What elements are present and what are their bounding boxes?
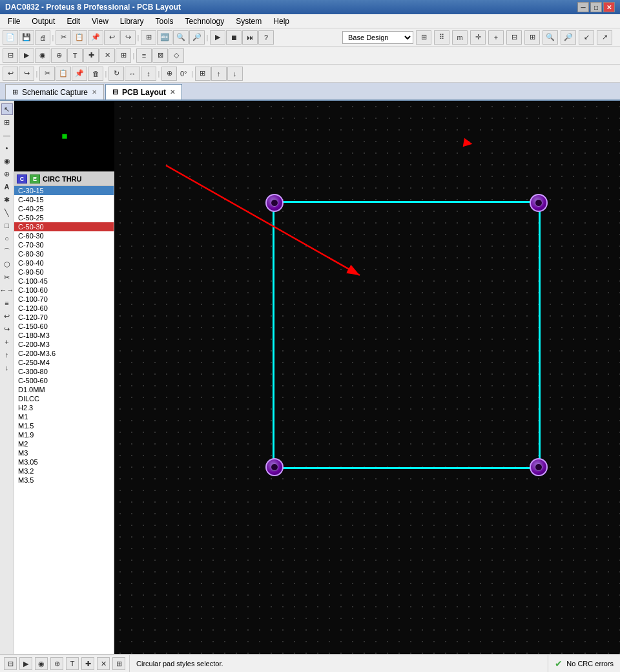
comp-item-c-90-50[interactable]: C-90-50 [14,268,114,277]
comp-item-c-50-30[interactable]: C-50-30 [14,222,114,231]
menu-file[interactable]: File [3,16,25,27]
help-button[interactable]: ? [258,30,274,45]
save-button[interactable]: 💾 [19,30,34,45]
pcb-tool-1[interactable]: ⊟ [3,48,18,63]
zoom-area-button[interactable]: ⊟ [506,30,522,45]
panel-e-button[interactable]: E [30,174,40,184]
comp-item-m1-5[interactable]: M1.5 [14,421,114,430]
zoom-down-button[interactable]: ↓ [227,67,243,81]
copy-button[interactable]: 📋 [72,30,87,45]
zoom-extent-button[interactable]: ⊞ [524,30,540,45]
pcb-tool-8[interactable]: ⊞ [116,48,131,63]
comp-item-c-90-40[interactable]: C-90-40 [14,258,114,268]
undo-button[interactable]: ↩ [104,30,119,45]
close-button[interactable]: ✕ [603,2,615,12]
rect-tool[interactable]: □ [1,220,13,231]
component-list[interactable]: C-30-15 C-40-15 C-40-25 C-50-25 C-50-30 … [14,186,114,654]
comp-item-m2[interactable]: M2 [14,439,114,448]
comp-item-m3-2[interactable]: M3.2 [14,467,114,476]
comp-item-c-180-m3[interactable]: C-180-M3 [14,331,114,340]
comp-item-c-200-m3-6[interactable]: C-200-M3.6 [14,349,114,358]
comp-item-dilcc[interactable]: DILCC [14,394,114,403]
comp-item-c-50-25[interactable]: C-50-25 [14,213,114,222]
power-tool[interactable]: ⊕ [1,168,13,180]
comp-item-c-120-60[interactable]: C-120-60 [14,304,114,313]
comp-item-c-30-15[interactable]: C-30-15 [14,186,114,195]
redo-button[interactable]: ↪ [120,30,136,45]
status-icon-4[interactable]: ⊕ [50,657,63,670]
comp-item-m3[interactable]: M3 [14,448,114,457]
menu-library[interactable]: Library [115,16,149,27]
cross-button[interactable]: ✛ [470,30,486,45]
junction-tool[interactable]: • [1,142,13,154]
zoom-all-button[interactable]: ⊞ [195,67,211,81]
pcb-3d[interactable]: ◇ [169,48,184,63]
pcb-tab-close[interactable]: ✕ [170,89,175,96]
pcb-tool-6[interactable]: ✚ [83,48,99,63]
next-zoom-button[interactable]: ↗ [597,30,612,45]
poly-tool[interactable]: ⬡ [1,258,13,270]
canvas-area[interactable]: ▶ [114,101,620,654]
window-controls[interactable]: ─ □ ✕ [577,2,615,12]
minimize-button[interactable]: ─ [577,2,589,12]
pcb-tool-4[interactable]: ⊕ [51,48,67,63]
menu-technology[interactable]: Technology [180,16,230,27]
menu-output[interactable]: Output [26,16,60,27]
undo2-button[interactable]: ↩ [3,67,18,81]
zoom-in2-button[interactable]: 🔍 [542,30,558,45]
tab-pcb[interactable]: ⊟ PCB Layout ✕ [105,84,182,100]
panel-c-button[interactable]: C [17,174,27,184]
fliph-button[interactable]: ↔ [125,67,140,81]
zoom-in3-button[interactable]: + [1,336,13,348]
component-button[interactable]: ⊞ [141,30,156,45]
comp-item-c-500-60[interactable]: C-500-60 [14,376,114,385]
new-button[interactable]: 📄 [3,30,18,45]
comp-item-c-40-25[interactable]: C-40-25 [14,204,114,213]
bus-tool[interactable]: ✱ [1,194,13,205]
maximize-button[interactable]: □ [590,2,602,12]
text-tool[interactable]: A [1,181,13,193]
comp-item-m3-5[interactable]: M3.5 [14,476,114,485]
annotate-button[interactable]: 🔤 [157,30,172,45]
component-place-tool[interactable]: ⊞ [1,116,13,128]
grid-button[interactable]: ⊞ [416,30,431,45]
status-icon-2[interactable]: ▶ [19,657,32,670]
menu-help[interactable]: Help [268,16,294,27]
zoom-out-button[interactable]: 🔎 [189,30,205,45]
pcb-tool-3[interactable]: ◉ [35,48,50,63]
layer-tool[interactable]: ≡ [1,297,13,309]
print-button[interactable]: 🖨 [35,30,50,45]
comp-item-h2-3[interactable]: H2.3 [14,403,114,412]
line-tool[interactable]: ╲ [1,207,13,218]
status-icon-1[interactable]: ⊟ [4,657,17,670]
measure-button[interactable]: m [452,30,468,45]
select-tool[interactable]: ↖ [1,103,13,115]
stop-button[interactable]: ⏹ [226,30,242,45]
zoom-in-button[interactable]: 🔍 [173,30,189,45]
pcb-netlist[interactable]: ≡ [136,48,152,63]
comp-item-c-200-m3[interactable]: C-200-M3 [14,340,114,349]
zoom-out3-button[interactable]: ↑ [1,349,13,361]
status-icon-6[interactable]: ✚ [81,657,94,670]
redo3-button[interactable]: ↪ [1,323,13,335]
pcb-ratsnest[interactable]: ⊠ [152,48,168,63]
status-icon-5[interactable]: T [66,657,79,670]
menu-edit[interactable]: Edit [61,16,85,27]
comp-item-c-250-m4[interactable]: C-250-M4 [14,358,114,367]
zoom-up-button[interactable]: ↑ [211,67,227,81]
status-icon-7[interactable]: ✕ [97,657,110,670]
comp-item-c-70-30[interactable]: C-70-30 [14,240,114,249]
comp-item-c-300-80[interactable]: C-300-80 [14,367,114,376]
simulate-button[interactable]: ▶ [210,30,225,45]
base-design-select[interactable]: Base Design [342,31,413,44]
zoom-out2-button[interactable]: 🔎 [561,30,576,45]
comp-item-d1mm[interactable]: D1.0MM [14,385,114,394]
pan-button[interactable]: ↓ [1,362,13,373]
circle-tool[interactable]: ○ [1,233,13,244]
label-tool[interactable]: ◉ [1,155,13,167]
comp-item-c-100-70[interactable]: C-100-70 [14,295,114,304]
measure-tool[interactable]: ←→ [1,284,13,296]
comp-item-m1-9[interactable]: M1.9 [14,430,114,439]
undo3-button[interactable]: ↩ [1,310,13,322]
comp-item-c-150-60[interactable]: C-150-60 [14,322,114,331]
